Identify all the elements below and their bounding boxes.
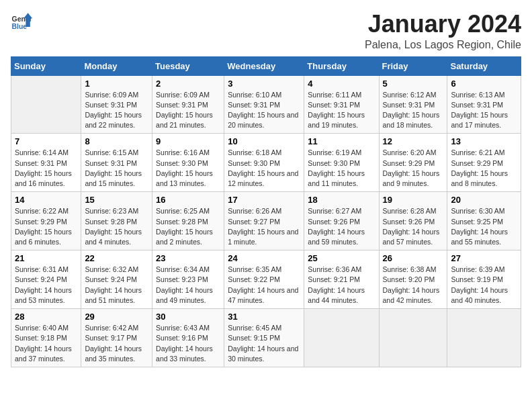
calendar-cell: 3Sunrise: 6:10 AMSunset: 9:31 PMDaylight…	[224, 75, 304, 134]
calendar-cell: 1Sunrise: 6:09 AMSunset: 9:31 PMDaylight…	[81, 75, 152, 134]
day-number: 31	[228, 312, 300, 322]
day-info: Sunrise: 6:09 AMSunset: 9:31 PMDaylight:…	[85, 90, 148, 131]
month-title: January 2024	[365, 11, 521, 38]
calendar-cell: 20Sunrise: 6:30 AMSunset: 9:25 PMDayligh…	[447, 192, 521, 250]
calendar-cell: 15Sunrise: 6:23 AMSunset: 9:28 PMDayligh…	[81, 192, 152, 250]
day-info: Sunrise: 6:13 AMSunset: 9:31 PMDaylight:…	[451, 90, 517, 131]
day-number: 15	[85, 195, 148, 205]
day-number: 16	[156, 195, 220, 205]
day-number: 29	[85, 312, 148, 322]
day-number: 2	[156, 79, 220, 89]
calendar-cell: 13Sunrise: 6:21 AMSunset: 9:29 PMDayligh…	[447, 134, 521, 192]
day-info: Sunrise: 6:38 AMSunset: 9:20 PMDaylight:…	[383, 265, 444, 306]
day-info: Sunrise: 6:23 AMSunset: 9:28 PMDaylight:…	[85, 206, 148, 247]
calendar-cell: 31Sunrise: 6:45 AMSunset: 9:15 PMDayligh…	[224, 309, 304, 367]
day-info: Sunrise: 6:26 AMSunset: 9:27 PMDaylight:…	[228, 206, 300, 247]
day-number: 7	[15, 136, 77, 146]
day-number: 24	[228, 253, 300, 263]
day-number: 12	[383, 136, 444, 146]
calendar-cell: 18Sunrise: 6:27 AMSunset: 9:26 PMDayligh…	[304, 192, 379, 250]
day-info: Sunrise: 6:39 AMSunset: 9:19 PMDaylight:…	[451, 265, 517, 306]
day-number: 6	[451, 79, 517, 89]
calendar-cell	[304, 309, 379, 367]
day-info: Sunrise: 6:14 AMSunset: 9:31 PMDaylight:…	[15, 148, 77, 189]
day-info: Sunrise: 6:19 AMSunset: 9:30 PMDaylight:…	[308, 148, 375, 189]
calendar-cell: 14Sunrise: 6:22 AMSunset: 9:29 PMDayligh…	[11, 192, 81, 250]
calendar-cell: 4Sunrise: 6:11 AMSunset: 9:31 PMDaylight…	[304, 75, 379, 134]
day-number: 13	[451, 136, 517, 146]
day-number: 28	[15, 312, 77, 322]
day-info: Sunrise: 6:20 AMSunset: 9:29 PMDaylight:…	[383, 148, 444, 189]
week-row-3: 14Sunrise: 6:22 AMSunset: 9:29 PMDayligh…	[11, 192, 521, 250]
calendar-cell: 24Sunrise: 6:35 AMSunset: 9:22 PMDayligh…	[224, 250, 304, 309]
day-info: Sunrise: 6:45 AMSunset: 9:15 PMDaylight:…	[228, 323, 300, 364]
weekday-header-monday: Monday	[81, 56, 152, 75]
week-row-2: 7Sunrise: 6:14 AMSunset: 9:31 PMDaylight…	[11, 134, 521, 192]
day-info: Sunrise: 6:42 AMSunset: 9:17 PMDaylight:…	[85, 323, 148, 364]
calendar-cell: 22Sunrise: 6:32 AMSunset: 9:24 PMDayligh…	[81, 250, 152, 309]
day-number: 8	[85, 136, 148, 146]
calendar-cell: 29Sunrise: 6:42 AMSunset: 9:17 PMDayligh…	[81, 309, 152, 367]
title-block: January 2024 Palena, Los Lagos Region, C…	[365, 11, 521, 51]
weekday-header-sunday: Sunday	[11, 56, 81, 75]
calendar-cell: 23Sunrise: 6:34 AMSunset: 9:23 PMDayligh…	[152, 250, 224, 309]
day-number: 19	[383, 195, 444, 205]
day-number: 25	[308, 253, 375, 263]
day-number: 14	[15, 195, 77, 205]
day-number: 30	[156, 312, 220, 322]
day-number: 23	[156, 253, 220, 263]
calendar-cell: 12Sunrise: 6:20 AMSunset: 9:29 PMDayligh…	[379, 134, 447, 192]
day-number: 20	[451, 195, 517, 205]
day-info: Sunrise: 6:18 AMSunset: 9:30 PMDaylight:…	[228, 148, 300, 189]
calendar-cell: 25Sunrise: 6:36 AMSunset: 9:21 PMDayligh…	[304, 250, 379, 309]
day-number: 4	[308, 79, 375, 89]
day-info: Sunrise: 6:15 AMSunset: 9:31 PMDaylight:…	[85, 148, 148, 189]
calendar-cell	[11, 75, 81, 134]
week-row-1: 1Sunrise: 6:09 AMSunset: 9:31 PMDaylight…	[11, 75, 521, 134]
day-number: 3	[228, 79, 300, 89]
calendar-cell: 7Sunrise: 6:14 AMSunset: 9:31 PMDaylight…	[11, 134, 81, 192]
weekday-header-friday: Friday	[379, 56, 447, 75]
day-info: Sunrise: 6:09 AMSunset: 9:31 PMDaylight:…	[156, 90, 220, 131]
logo: General Blue	[11, 11, 32, 32]
calendar-cell: 9Sunrise: 6:16 AMSunset: 9:30 PMDaylight…	[152, 134, 224, 192]
day-info: Sunrise: 6:12 AMSunset: 9:31 PMDaylight:…	[383, 90, 444, 131]
weekday-header-saturday: Saturday	[447, 56, 521, 75]
calendar-cell	[379, 309, 447, 367]
logo-icon: General Blue	[11, 11, 32, 32]
day-number: 17	[228, 195, 300, 205]
day-info: Sunrise: 6:40 AMSunset: 9:18 PMDaylight:…	[15, 323, 77, 364]
weekday-header-thursday: Thursday	[304, 56, 379, 75]
day-info: Sunrise: 6:34 AMSunset: 9:23 PMDaylight:…	[156, 265, 220, 306]
day-number: 18	[308, 195, 375, 205]
day-number: 9	[156, 136, 220, 146]
day-info: Sunrise: 6:10 AMSunset: 9:31 PMDaylight:…	[228, 90, 300, 131]
day-number: 21	[15, 253, 77, 263]
location-title: Palena, Los Lagos Region, Chile	[365, 39, 521, 51]
svg-text:Blue: Blue	[12, 23, 28, 30]
day-number: 5	[383, 79, 444, 89]
day-number: 22	[85, 253, 148, 263]
week-row-5: 28Sunrise: 6:40 AMSunset: 9:18 PMDayligh…	[11, 309, 521, 367]
week-row-4: 21Sunrise: 6:31 AMSunset: 9:24 PMDayligh…	[11, 250, 521, 309]
day-info: Sunrise: 6:43 AMSunset: 9:16 PMDaylight:…	[156, 323, 220, 364]
header: General Blue January 2024 Palena, Los La…	[11, 11, 521, 51]
calendar-cell: 26Sunrise: 6:38 AMSunset: 9:20 PMDayligh…	[379, 250, 447, 309]
calendar-cell: 30Sunrise: 6:43 AMSunset: 9:16 PMDayligh…	[152, 309, 224, 367]
day-number: 26	[383, 253, 444, 263]
calendar-cell: 16Sunrise: 6:25 AMSunset: 9:28 PMDayligh…	[152, 192, 224, 250]
calendar-cell: 28Sunrise: 6:40 AMSunset: 9:18 PMDayligh…	[11, 309, 81, 367]
day-number: 1	[85, 79, 148, 89]
day-number: 27	[451, 253, 517, 263]
calendar-cell: 6Sunrise: 6:13 AMSunset: 9:31 PMDaylight…	[447, 75, 521, 134]
day-info: Sunrise: 6:22 AMSunset: 9:29 PMDaylight:…	[15, 206, 77, 247]
day-info: Sunrise: 6:30 AMSunset: 9:25 PMDaylight:…	[451, 206, 517, 247]
calendar-cell: 21Sunrise: 6:31 AMSunset: 9:24 PMDayligh…	[11, 250, 81, 309]
day-info: Sunrise: 6:32 AMSunset: 9:24 PMDaylight:…	[85, 265, 148, 306]
calendar-cell	[447, 309, 521, 367]
day-info: Sunrise: 6:31 AMSunset: 9:24 PMDaylight:…	[15, 265, 77, 306]
calendar-table: SundayMondayTuesdayWednesdayThursdayFrid…	[11, 56, 521, 367]
calendar-cell: 19Sunrise: 6:28 AMSunset: 9:26 PMDayligh…	[379, 192, 447, 250]
day-number: 11	[308, 136, 375, 146]
day-info: Sunrise: 6:25 AMSunset: 9:28 PMDaylight:…	[156, 206, 220, 247]
